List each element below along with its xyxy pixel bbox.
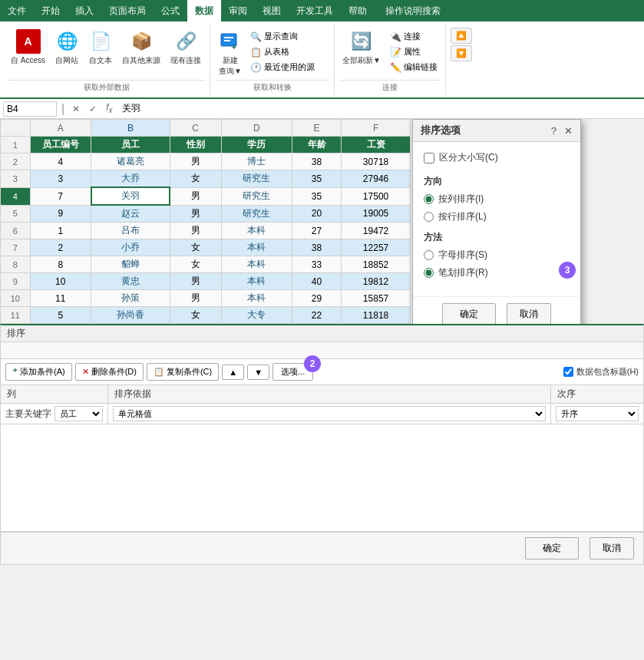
btn-show-query[interactable]: 🔍 显示查询 <box>247 29 318 44</box>
cell-e6[interactable]: 27 <box>292 223 341 239</box>
col-header-e[interactable]: E <box>292 120 341 137</box>
cell-a8[interactable]: 8 <box>30 256 91 273</box>
menu-help[interactable]: 帮助 <box>341 0 375 21</box>
cell-c4[interactable]: 男 <box>170 187 221 205</box>
cell-e7[interactable]: 38 <box>292 239 341 256</box>
direction-col-label[interactable]: 按列排序(I) <box>438 193 484 206</box>
cell-c3[interactable]: 女 <box>170 170 221 188</box>
cell-b8[interactable]: 貂蝉 <box>91 256 170 273</box>
btn-edit-links[interactable]: ✏️ 编辑链接 <box>387 60 441 74</box>
cell-c9[interactable]: 男 <box>170 273 221 290</box>
menu-insert[interactable]: 插入 <box>68 0 101 21</box>
dialog-close-btn[interactable]: ✕ <box>564 125 573 137</box>
btn-existing-connections[interactable]: 🔗 现有连接 <box>167 28 205 68</box>
cell-f1[interactable]: 工资 <box>342 137 411 153</box>
menu-data[interactable]: 数据 <box>187 0 221 21</box>
cell-e3[interactable]: 35 <box>292 170 341 188</box>
col-header-c[interactable]: C <box>170 120 221 137</box>
cell-ref-input[interactable] <box>3 101 57 117</box>
cell-c11[interactable]: 女 <box>170 307 221 324</box>
cell-c1[interactable]: 性别 <box>170 137 221 153</box>
sort-ok-button[interactable]: 确定 <box>525 537 579 559</box>
menu-home[interactable]: 开始 <box>34 0 68 21</box>
col-header-f[interactable]: F <box>342 120 411 137</box>
primary-key-select[interactable]: 员工 <box>54 406 103 421</box>
btn-other-sources[interactable]: 📦 自其他来源 <box>119 28 163 68</box>
btn-from-table[interactable]: 📋 从表格 <box>247 45 318 59</box>
move-down-btn[interactable]: ▼ <box>247 365 269 380</box>
cell-c5[interactable]: 男 <box>170 205 221 223</box>
menu-page-layout[interactable]: 页面布局 <box>101 0 154 21</box>
menu-developer[interactable]: 开发工具 <box>289 0 341 21</box>
cell-b9[interactable]: 黄忠 <box>91 273 170 290</box>
cell-b2[interactable]: 诸葛亮 <box>91 153 170 170</box>
btn-sort-desc[interactable]: 🔽 <box>451 45 472 61</box>
btn-access[interactable]: A 自 Access <box>8 28 48 68</box>
cell-a5[interactable]: 9 <box>30 205 91 223</box>
cell-a3[interactable]: 3 <box>30 170 91 188</box>
cell-f5[interactable]: 19005 <box>342 205 411 223</box>
copy-condition-btn[interactable]: 📋 复制条件(C) <box>147 363 219 381</box>
cell-f7[interactable]: 12257 <box>342 239 411 256</box>
col-header-d[interactable]: D <box>221 120 292 137</box>
cell-e8[interactable]: 33 <box>292 256 341 273</box>
cell-d11[interactable]: 大专 <box>221 307 292 324</box>
cell-d2[interactable]: 博士 <box>221 153 292 170</box>
order-select[interactable]: 升序 <box>556 406 639 421</box>
dialog-ok-button[interactable]: 确定 <box>442 303 496 324</box>
col-header-a[interactable]: A <box>30 120 91 137</box>
cell-d7[interactable]: 本科 <box>221 239 292 256</box>
cell-e10[interactable]: 29 <box>292 290 341 307</box>
cell-a6[interactable]: 1 <box>30 223 91 239</box>
cell-a7[interactable]: 2 <box>30 239 91 256</box>
cell-b10[interactable]: 孙策 <box>91 290 170 307</box>
cell-a1[interactable]: 员工编号 <box>30 137 91 153</box>
cell-c6[interactable]: 男 <box>170 223 221 239</box>
cell-f9[interactable]: 19812 <box>342 273 411 290</box>
btn-website[interactable]: 🌐 自网站 <box>51 28 82 68</box>
formula-cancel-icon[interactable]: ✕ <box>69 102 83 116</box>
cell-d3[interactable]: 研究生 <box>221 170 292 188</box>
direction-row-radio[interactable] <box>424 212 434 222</box>
method-stroke-radio[interactable] <box>424 268 434 278</box>
cell-c7[interactable]: 女 <box>170 239 221 256</box>
move-up-btn[interactable]: ▲ <box>222 365 244 380</box>
formula-input[interactable] <box>119 104 642 114</box>
direction-row-label[interactable]: 按行排序(L) <box>438 210 487 223</box>
cell-a10[interactable]: 11 <box>30 290 91 307</box>
add-condition-btn[interactable]: ⁺ 添加条件(A) <box>5 363 72 381</box>
cell-e11[interactable]: 22 <box>292 307 341 324</box>
cell-b3[interactable]: 大乔 <box>91 170 170 188</box>
cell-b5[interactable]: 赵云 <box>91 205 170 223</box>
menu-search[interactable]: 操作说明搜索 <box>378 0 448 21</box>
method-alpha-radio[interactable] <box>424 250 434 260</box>
direction-col-radio[interactable] <box>424 194 434 204</box>
cell-d1[interactable]: 学历 <box>221 137 292 153</box>
cell-a11[interactable]: 5 <box>30 307 91 324</box>
cell-f3[interactable]: 27946 <box>342 170 411 188</box>
cell-b6[interactable]: 吕布 <box>91 223 170 239</box>
cell-f11[interactable]: 11818 <box>342 307 411 324</box>
cell-f6[interactable]: 19472 <box>342 223 411 239</box>
case-sensitive-checkbox[interactable] <box>424 153 434 163</box>
cell-c8[interactable]: 女 <box>170 256 221 273</box>
cell-e1[interactable]: 年龄 <box>292 137 341 153</box>
data-has-header-label[interactable]: 数据包含标题(H) <box>576 366 639 378</box>
cell-c10[interactable]: 男 <box>170 290 221 307</box>
cell-d5[interactable]: 研究生 <box>221 205 292 223</box>
btn-properties[interactable]: 📝 属性 <box>387 45 441 59</box>
col-header-b[interactable]: B <box>91 120 170 137</box>
cell-e9[interactable]: 40 <box>292 273 341 290</box>
btn-text[interactable]: 📄 自文本 <box>85 28 116 68</box>
cell-f2[interactable]: 30718 <box>342 153 411 170</box>
formula-fx-icon[interactable]: fx <box>103 101 115 116</box>
menu-formula[interactable]: 公式 <box>154 0 187 21</box>
cell-b4-selected[interactable]: 关羽 <box>91 187 170 205</box>
cell-f8[interactable]: 18852 <box>342 256 411 273</box>
btn-connections[interactable]: 🔌 连接 <box>387 29 441 44</box>
menu-file[interactable]: 文件 <box>0 0 34 21</box>
delete-condition-btn[interactable]: ✕ 删除条件(D) <box>75 363 144 381</box>
menu-view[interactable]: 视图 <box>255 0 289 21</box>
cell-b7[interactable]: 小乔 <box>91 239 170 256</box>
cell-a9[interactable]: 10 <box>30 273 91 290</box>
